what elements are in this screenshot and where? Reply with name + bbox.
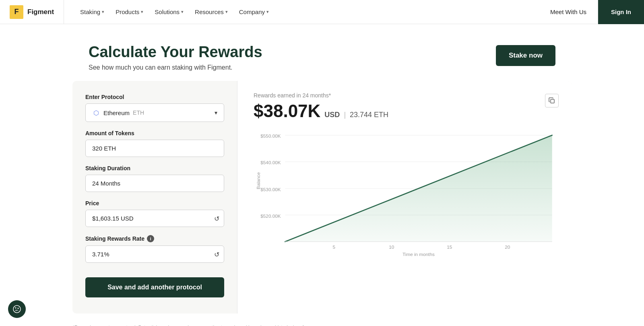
duration-input[interactable] [85,175,224,192]
hero-section: Calculate Your Rewards See how much you … [0,24,644,81]
svg-text:5: 5 [333,244,336,250]
hero-text: Calculate Your Rewards See how much you … [89,43,262,71]
rewards-rate-field-group: Staking Rewards Rate i ↺ [85,235,224,263]
nav-actions: Meet With Us Sign In [539,0,644,24]
nav-company[interactable]: Company ▾ [239,8,269,15]
info-icon[interactable]: i [147,235,154,242]
protocol-field-group: Enter Protocol ⬡ Ethereum ETH ▾ [85,94,224,122]
page-title: Calculate Your Rewards [89,43,262,61]
protocol-label: Enter Protocol [85,94,224,100]
protocol-value: Ethereum [103,109,130,116]
copy-icon [549,97,555,104]
rewards-eth-amount: 23.744 ETH [350,111,388,119]
price-input[interactable] [85,210,224,227]
nav-resources[interactable]: Resources ▾ [195,8,228,15]
duration-label: Staking Duration [85,165,224,171]
navbar: F Figment Staking ▾ Products ▾ Solutions… [0,0,644,24]
svg-text:$530.00K: $530.00K [260,187,281,192]
ethereum-icon: ⬡ [92,109,100,117]
chevron-down-icon: ▾ [225,9,228,14]
svg-point-23 [17,310,18,311]
protocol-ticker: ETH [133,109,144,116]
protocol-dropdown[interactable]: ⬡ Ethereum ETH ▾ [85,103,224,122]
price-label: Price [85,200,224,206]
price-field-group: Price ↺ [85,200,224,227]
svg-point-22 [16,310,17,311]
svg-point-21 [18,308,19,309]
svg-text:Balance: Balance [256,172,261,189]
nav-solutions[interactable]: Solutions ▾ [155,8,184,15]
protocol-select-wrapper: ⬡ Ethereum ETH ▾ [85,103,224,122]
chevron-down-icon: ▾ [141,9,143,14]
cookie-settings-button[interactable] [8,300,26,318]
svg-text:10: 10 [389,244,394,250]
svg-text:20: 20 [505,244,510,250]
rewards-amount: $38.07K USD | 23.744 ETH [254,101,388,121]
svg-text:$550.00K: $550.00K [260,133,281,138]
rewards-rate-input[interactable] [85,246,224,263]
rewards-period-label: Rewards earned in 24 months* [254,92,388,99]
svg-rect-0 [551,99,554,103]
svg-text:$520.00K: $520.00K [260,213,281,219]
nav-products[interactable]: Products ▾ [116,8,143,15]
calculator-card: Enter Protocol ⬡ Ethereum ETH ▾ Amount o… [72,81,572,314]
chevron-down-icon: ▾ [266,9,269,14]
amount-field-group: Amount of Tokens [85,130,224,157]
nav-logo: F Figment [0,0,64,24]
cookie-icon [12,305,21,314]
svg-point-19 [13,305,21,313]
stake-now-button[interactable]: Stake now [496,45,555,66]
price-refresh-button[interactable]: ↺ [214,215,219,222]
rewards-header: Rewards earned in 24 months* $38.07K USD… [254,92,559,121]
page-subtitle: See how much you can earn staking with F… [89,64,262,71]
nav-links: Staking ▾ Products ▾ Solutions ▾ Resourc… [64,8,539,15]
rewards-chart: $550.00K $540.00K $530.00K $520.00K Bala… [254,129,559,258]
select-chevron-icon: ▾ [215,109,217,116]
right-panel: Rewards earned in 24 months* $38.07K USD… [237,81,572,314]
svg-text:Time in months: Time in months [402,252,435,257]
svg-text:$540.00K: $540.00K [260,160,281,165]
save-protocol-button[interactable]: Save and add another protocol [85,277,224,297]
nav-staking[interactable]: Staking ▾ [80,8,104,15]
svg-text:15: 15 [447,244,452,250]
rewards-rate-label: Staking Rewards Rate i [85,235,224,242]
sign-in-button[interactable]: Sign In [598,0,644,24]
rewards-currency: USD [324,111,340,119]
brand-name: Figment [27,8,54,16]
meet-with-us-button[interactable]: Meet With Us [539,0,598,24]
copy-button[interactable] [545,94,559,107]
rewards-usd-amount: $38.07K [254,101,320,121]
rate-refresh-button[interactable]: ↺ [214,250,219,258]
amount-label: Amount of Tokens [85,130,224,136]
svg-point-20 [15,307,17,309]
chevron-down-icon: ▾ [181,9,184,14]
left-panel: Enter Protocol ⬡ Ethereum ETH ▾ Amount o… [72,81,237,314]
amount-input[interactable] [85,140,224,157]
chart-area: $550.00K $540.00K $530.00K $520.00K Bala… [254,129,559,258]
disclaimer: *Rewards are not guaranteed. Potential e… [72,322,572,326]
logo-box: F [10,5,23,19]
chevron-down-icon: ▾ [102,9,104,14]
duration-field-group: Staking Duration [85,165,224,192]
